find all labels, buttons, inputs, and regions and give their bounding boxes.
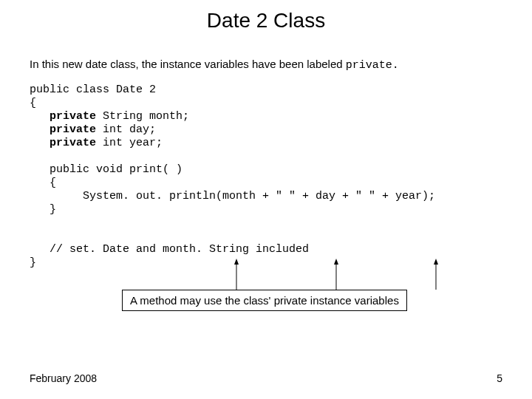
intro-text: In this new date class, the instance var… [30, 58, 532, 72]
code-line: public void print( ) [50, 163, 183, 176]
code-line: String month; [96, 110, 189, 123]
code-line: // set. Date and month. String included [50, 243, 309, 256]
code-keyword: private [50, 123, 96, 136]
code-line: System. out. println(month + " " + day +… [83, 190, 435, 202]
page-title: Date 2 Class [0, 0, 532, 33]
code-keyword: private [50, 137, 96, 149]
code-line: public class Date 2 [30, 83, 156, 96]
code-line: } [30, 256, 36, 269]
intro-code: private. [346, 59, 399, 72]
code-line: { [50, 177, 56, 189]
code-line: { [30, 97, 36, 109]
callout-box: A method may use the class' private inst… [122, 290, 407, 311]
code-line: int year; [96, 137, 163, 149]
intro-line: In this new date class, the instance var… [30, 58, 346, 70]
code-line: int day; [96, 123, 156, 136]
code-line: } [50, 203, 56, 216]
code-keyword: private [50, 110, 96, 123]
page-number: 5 [497, 372, 502, 384]
code-block: public class Date 2 { private String mon… [30, 83, 532, 270]
footer-date: February 2008 [30, 372, 97, 384]
